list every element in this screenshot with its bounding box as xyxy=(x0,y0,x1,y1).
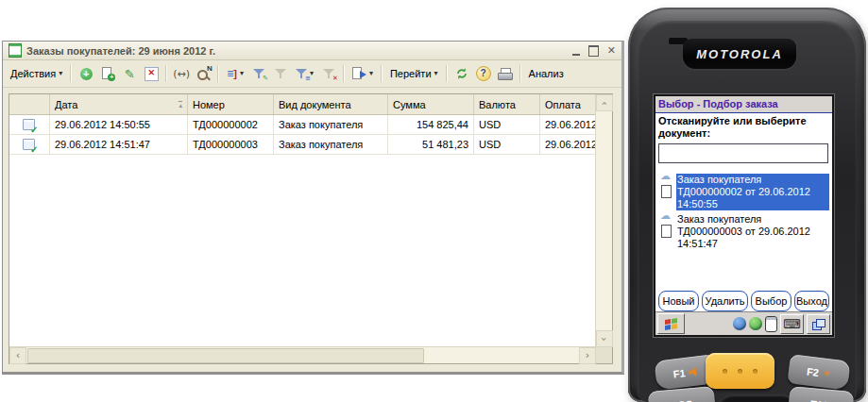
resize-icon: (↔) xyxy=(173,68,190,80)
analysis-button[interactable]: Анализ xyxy=(526,66,567,81)
column-header-payment[interactable]: Оплата xyxy=(540,94,596,115)
refresh-icon xyxy=(455,67,468,80)
toolbar-separator xyxy=(165,65,167,82)
toolbar-separator xyxy=(381,65,383,82)
find-by-number-button[interactable]: N xyxy=(194,64,213,83)
scrollbar-corner xyxy=(595,346,612,363)
document-list: ☁ Заказ покупателя ТД000000002 от 29.06.… xyxy=(658,174,829,250)
brand-band: MOTOROLA xyxy=(683,39,796,69)
task-switcher-button[interactable] xyxy=(807,314,830,334)
windows-stack-icon xyxy=(812,319,825,329)
copy-icon: + xyxy=(101,67,114,80)
column-header-currency[interactable]: Валюта xyxy=(474,94,540,115)
scroll-down-button[interactable]: › xyxy=(596,330,613,347)
barcode-input[interactable] xyxy=(658,143,828,163)
table-row[interactable]: ✓ 29.06.2012 14:51:47 ТД000000003 Заказ … xyxy=(9,135,596,155)
scan-key-dot xyxy=(753,369,757,374)
dropdown-arrow-icon: ▾ xyxy=(434,70,438,77)
sort-asc-icon: ▴ xyxy=(179,101,182,109)
cell-date: 29.06.2012 14:51:47 xyxy=(50,135,188,155)
windows-flag-icon xyxy=(665,318,677,330)
output-list-button[interactable]: ▾ xyxy=(349,65,376,82)
select-button[interactable]: Выбор xyxy=(751,291,791,311)
cell-date: 29.06.2012 14:50:55 xyxy=(50,115,188,135)
column-header-date[interactable]: Дата ▴ xyxy=(50,94,188,115)
window-titlebar[interactable]: Заказы покупателей: 29 июня 2012 г. ✕ xyxy=(3,42,621,60)
filter-clear-icon: ✕ xyxy=(323,68,334,79)
screenshot-root: Заказы покупателей: 29 июня 2012 г. ✕ Де… xyxy=(0,0,868,402)
list-item-label: Заказ покупателя ТД000000002 от 29.06.20… xyxy=(676,174,829,210)
keyboard-icon: ⌨ xyxy=(783,318,801,330)
delete-button[interactable]: ✕ xyxy=(142,64,161,83)
cell-currency: USD xyxy=(474,135,540,155)
scroll-right-button[interactable]: › xyxy=(579,347,596,364)
column-header-sum[interactable]: Сумма xyxy=(388,94,474,115)
table-row[interactable]: ✓ 29.06.2012 14:50:55 ТД000000002 Заказ … xyxy=(9,115,596,135)
help-button[interactable]: ? xyxy=(474,64,493,83)
cell-sum: 154 825,44 xyxy=(388,115,474,135)
list-item[interactable]: ☁ Заказ покупателя ТД000000002 от 29.06.… xyxy=(658,174,829,210)
toolbar-separator xyxy=(446,65,448,82)
brightness-sun-icon: ☀ xyxy=(822,368,831,378)
maximize-button[interactable] xyxy=(588,45,599,57)
column-header-icon[interactable] xyxy=(9,94,50,115)
filter-history-button[interactable]: ≡ ▾ xyxy=(293,66,316,81)
scan-key[interactable] xyxy=(706,353,774,389)
horizontal-scrollbar[interactable]: ‹ › xyxy=(9,346,596,363)
terminal-screen: Выбор - Подбор заказа Отсканируйте или в… xyxy=(654,94,834,337)
add-button[interactable]: + xyxy=(77,64,95,83)
cell-doctype: Заказ покупателя xyxy=(274,115,388,135)
cell-sum: 51 481,23 xyxy=(388,135,474,155)
list-item[interactable]: ☁ Заказ покупателя ТД000000003 от 29.06.… xyxy=(658,213,829,250)
toolbar-separator xyxy=(343,65,345,82)
new-button[interactable]: Новый xyxy=(658,291,699,311)
analysis-label: Анализ xyxy=(529,68,564,79)
page-icon xyxy=(661,185,672,198)
scan-key-dot xyxy=(738,369,742,374)
table-header-row: Дата ▴ Номер Вид документа Сумма Валюта … xyxy=(9,94,596,115)
goto-menu-button[interactable]: Перейти ▾ xyxy=(387,66,441,81)
toolbar: Действия ▾ + + ✎ ✕ (↔) N ≡] ▾ ✎ ≡ ▾ ✕ xyxy=(3,60,621,88)
filter-clear-button-disabled: ✕ xyxy=(319,64,338,83)
scroll-left-button[interactable]: ‹ xyxy=(9,347,26,364)
column-width-button[interactable]: (↔) xyxy=(172,64,191,83)
cell-doctype: Заказ покупателя xyxy=(274,135,388,155)
dropdown-arrow-icon: ▾ xyxy=(240,70,244,77)
posted-document-icon: ✓ xyxy=(23,119,37,131)
document-icon: ☁ xyxy=(658,174,676,199)
cell-number: ТД000000002 xyxy=(188,115,274,135)
actions-menu-button[interactable]: Действия ▾ xyxy=(8,66,65,81)
list-settings-icon: ≡] xyxy=(227,68,237,79)
vertical-scrollbar[interactable]: › › xyxy=(595,94,612,347)
scroll-up-button[interactable]: › xyxy=(596,94,613,111)
filter-settings-button[interactable]: ✎ xyxy=(249,64,268,83)
center-navigation-key[interactable] xyxy=(717,394,798,402)
network-status-icon[interactable] xyxy=(749,317,762,330)
input-panel-button[interactable]: ⌨ xyxy=(780,314,804,334)
scan-prompt: Отсканируйте или выберите документ: xyxy=(658,115,829,140)
exit-button[interactable]: Выход xyxy=(794,291,829,311)
dropdown-arrow-icon: ▾ xyxy=(59,70,62,77)
refresh-button[interactable] xyxy=(452,64,471,83)
print-button[interactable] xyxy=(496,64,515,83)
sync-status-icon[interactable] xyxy=(733,317,746,330)
toolbar-separator xyxy=(70,65,72,82)
column-header-number[interactable]: Номер xyxy=(188,94,274,115)
scrollbar-thumb[interactable] xyxy=(27,348,424,363)
toolbar-separator xyxy=(519,65,521,82)
list-item-label: Заказ покупателя ТД000000003 от 29.06.20… xyxy=(676,213,829,250)
page-icon xyxy=(661,225,672,238)
close-button[interactable]: ✕ xyxy=(607,45,616,56)
delete-button[interactable]: Удалить xyxy=(702,291,748,311)
start-button[interactable] xyxy=(657,313,685,334)
ce-taskbar: ⌨ xyxy=(655,311,832,335)
chevron-down-icon: › xyxy=(599,337,609,341)
edit-button[interactable]: ✎ xyxy=(120,64,139,83)
minimize-button[interactable] xyxy=(572,45,580,56)
list-settings-button[interactable]: ≡] ▾ xyxy=(224,66,247,81)
orders-window: Заказы покупателей: 29 июня 2012 г. ✕ Де… xyxy=(2,41,624,375)
filter-list-icon: ≡ xyxy=(296,68,307,79)
copy-button[interactable]: + xyxy=(98,64,117,83)
column-header-doctype[interactable]: Вид документа xyxy=(274,94,388,115)
scanner-status-icon[interactable] xyxy=(765,316,777,332)
